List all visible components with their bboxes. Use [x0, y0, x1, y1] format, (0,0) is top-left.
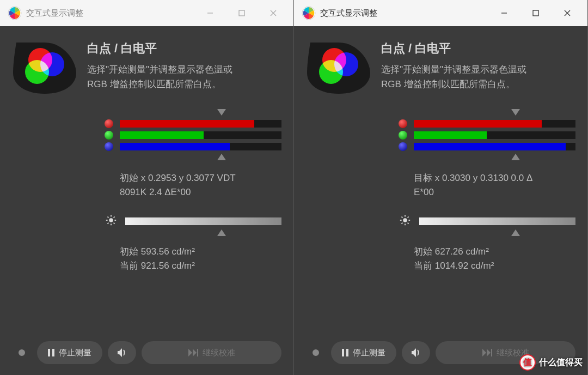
- content-area: 白点 / 白电平 选择"开始测量"并调整显示器色温或 RGB 增益控制以匹配所需…: [0, 26, 293, 375]
- window-controls: [488, 0, 583, 26]
- brightness-slider[interactable]: [419, 217, 575, 225]
- next-icon: [188, 349, 198, 356]
- bar-row-red: [105, 119, 281, 128]
- brightness-marker-icon: [217, 229, 226, 236]
- minimize-button[interactable]: [488, 0, 520, 26]
- svg-rect-37: [342, 349, 344, 356]
- green-bar[interactable]: [414, 131, 575, 139]
- marker-top-icon: [217, 109, 226, 116]
- bar-row-blue: [399, 142, 575, 151]
- brightness-line: 当前 1014.92 cd/m²: [414, 259, 575, 273]
- watermark: 值 什么值得买: [519, 354, 583, 371]
- blue-bar[interactable]: [120, 143, 281, 150]
- blue-dot-icon: [105, 142, 113, 151]
- svg-line-13: [107, 216, 108, 217]
- brightness-marker-icon: [511, 229, 520, 236]
- marker-bottom-icon: [511, 154, 520, 160]
- description-line: RGB 增益控制以匹配所需白点。: [87, 77, 232, 92]
- window-left: 交互式显示调整 白点 / 白电平: [0, 0, 294, 375]
- brightness-info: 初始 593.56 cd/m² 当前 921.56 cd/m²: [120, 245, 281, 274]
- brightness-icon: [105, 214, 118, 228]
- heading: 白点 / 白电平: [87, 40, 232, 57]
- whitepoint-info: 初始 x 0.2953 y 0.3077 VDT 8091K 2.4 ΔE*00: [120, 171, 281, 200]
- window-controls: [194, 0, 289, 26]
- green-bar[interactable]: [120, 131, 281, 139]
- watermark-badge-icon: 值: [519, 354, 536, 371]
- sound-button[interactable]: [108, 341, 136, 364]
- content-area: 白点 / 白电平 选择"开始测量"并调整显示器色温或 RGB 增益控制以匹配所需…: [294, 26, 587, 375]
- titlebar: 交互式显示调整: [294, 0, 587, 26]
- svg-line-14: [114, 222, 115, 223]
- svg-rect-22: [533, 10, 538, 16]
- brightness-row: [399, 214, 575, 228]
- rgb-venn-icon: [306, 40, 371, 95]
- brightness-icon: [399, 214, 412, 228]
- close-button[interactable]: [552, 0, 583, 26]
- svg-rect-19: [197, 349, 198, 356]
- marker-top-icon: [511, 109, 520, 116]
- record-indicator-icon: [313, 349, 319, 356]
- rgb-bars: [399, 109, 575, 161]
- svg-rect-39: [491, 349, 492, 356]
- info-line: 8091K 2.4 ΔE*00: [120, 185, 281, 199]
- watermark-text: 什么值得买: [539, 357, 583, 368]
- red-bar[interactable]: [414, 120, 575, 128]
- continue-calibrate-button[interactable]: 继续校准: [142, 341, 281, 364]
- info-line: E*00: [414, 185, 575, 199]
- record-indicator-icon: [19, 349, 25, 356]
- red-dot-icon: [399, 119, 407, 128]
- pause-icon: [48, 349, 54, 356]
- blue-bar[interactable]: [414, 143, 575, 150]
- red-bar[interactable]: [120, 120, 281, 128]
- speaker-icon: [411, 348, 421, 358]
- maximize-button[interactable]: [520, 0, 552, 26]
- bar-row-blue: [105, 142, 281, 151]
- brightness-line: 初始 593.56 cd/m²: [120, 245, 281, 259]
- svg-rect-18: [52, 349, 54, 356]
- bar-row-red: [399, 119, 575, 128]
- bar-row-green: [399, 131, 575, 140]
- blue-dot-icon: [399, 142, 407, 151]
- description-line: RGB 增益控制以匹配所需白点。: [381, 77, 526, 92]
- heading: 白点 / 白电平: [381, 40, 526, 57]
- app-icon: [8, 6, 22, 20]
- svg-line-35: [401, 222, 402, 223]
- green-dot-icon: [399, 131, 407, 140]
- info-line: 目标 x 0.3030 y 0.3130 0.0 Δ: [414, 171, 575, 185]
- rgb-bars: [105, 109, 281, 161]
- whitepoint-info: 目标 x 0.3030 y 0.3130 0.0 Δ E*00: [414, 171, 575, 200]
- rgb-venn-icon: [12, 40, 77, 95]
- svg-point-28: [403, 218, 407, 222]
- svg-rect-2: [239, 10, 244, 16]
- brightness-line: 初始 627.26 cd/m²: [414, 245, 575, 259]
- speaker-icon: [117, 348, 127, 358]
- sound-button[interactable]: [402, 341, 430, 364]
- svg-rect-17: [48, 349, 50, 356]
- stop-measure-button[interactable]: 停止测量: [37, 341, 102, 364]
- close-button[interactable]: [258, 0, 289, 26]
- pause-icon: [342, 349, 348, 356]
- brightness-line: 当前 921.56 cd/m²: [120, 259, 281, 273]
- next-icon: [482, 349, 492, 356]
- brightness-info: 初始 627.26 cd/m² 当前 1014.92 cd/m²: [414, 245, 575, 274]
- svg-point-27: [319, 60, 343, 84]
- brightness-row: [105, 214, 281, 228]
- info-line: 初始 x 0.2953 y 0.3077 VDT: [120, 171, 281, 185]
- titlebar: 交互式显示调整: [0, 0, 293, 26]
- window-right: 交互式显示调整 白点 / 白电平: [294, 0, 588, 375]
- svg-point-8: [109, 218, 113, 222]
- red-dot-icon: [105, 119, 113, 128]
- window-title: 交互式显示调整: [320, 8, 484, 19]
- minimize-button[interactable]: [194, 0, 226, 26]
- green-dot-icon: [105, 131, 113, 140]
- description-line: 选择"开始测量"并调整显示器色温或: [87, 62, 232, 77]
- app-icon: [302, 6, 316, 20]
- bar-row-green: [105, 131, 281, 140]
- svg-line-34: [408, 222, 409, 223]
- footer-bar: 停止测量 继续校准: [12, 338, 281, 368]
- stop-measure-button[interactable]: 停止测量: [331, 341, 396, 364]
- maximize-button[interactable]: [226, 0, 258, 26]
- svg-line-33: [401, 216, 402, 217]
- brightness-slider[interactable]: [125, 217, 281, 225]
- svg-line-36: [408, 216, 409, 217]
